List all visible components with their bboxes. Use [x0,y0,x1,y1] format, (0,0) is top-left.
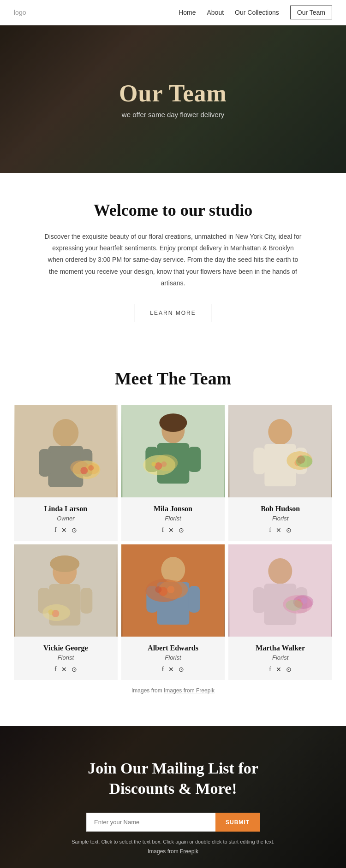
team-card-vickie: Vickie George Florist f ✕ ⊙ [14,544,118,680]
team-info-vickie: Vickie George Florist f ✕ ⊙ [14,637,118,680]
hero-title: Our Team [119,80,227,107]
social-icons-linda: f ✕ ⊙ [19,526,112,534]
welcome-body: Discover the exquisite beauty of our flo… [44,231,302,289]
team-card-mila: Mila Jonson Florist f ✕ ⊙ [121,405,225,541]
team-photo-linda [14,405,118,497]
team-photo-mila [121,405,225,497]
social-icons-bob: f ✕ ⊙ [234,526,327,534]
hero-subtitle: we offer same day flower delivery [119,111,227,118]
instagram-icon[interactable]: ⊙ [286,666,292,673]
mailing-content: Join Our Mailing List for Discounts & Mo… [18,758,328,855]
learn-more-button[interactable]: LEARN MORE [135,304,211,322]
social-icons-albert: f ✕ ⊙ [127,666,220,673]
svg-point-20 [151,462,156,466]
team-info-mila: Mila Jonson Florist f ✕ ⊙ [121,497,225,541]
svg-rect-43 [188,586,200,613]
svg-point-8 [80,467,88,474]
svg-rect-35 [80,588,92,614]
hero-section: Our Team we offer same day flower delive… [0,25,346,173]
svg-point-47 [167,586,174,593]
team-name-linda: Linda Larson [19,505,112,513]
mailing-form: SUBMIT [18,813,328,832]
svg-point-9 [88,465,94,471]
team-name-bob: Bob Hudson [234,505,327,513]
svg-point-40 [161,557,185,583]
team-role-bob: Florist [234,515,327,522]
freepik-link[interactable]: Images from Freepik [164,687,215,694]
social-icons-vickie: f ✕ ⊙ [19,666,112,673]
svg-rect-3 [39,449,51,477]
nav-link-collections[interactable]: Our Collections [235,9,279,16]
svg-point-50 [268,558,292,584]
instagram-icon[interactable]: ⊙ [72,666,77,673]
nav-links: Home About Our Collections Our Team [179,6,332,19]
mailing-section: Join Our Mailing List for Discounts & Mo… [0,726,346,868]
facebook-icon[interactable]: f [269,526,271,534]
mailing-name-input[interactable] [86,813,215,832]
facebook-icon[interactable]: f [269,666,271,673]
team-role-linda: Owner [19,515,112,522]
team-title: Meet The Team [14,368,332,389]
team-info-bob: Bob Hudson Florist f ✕ ⊙ [228,497,332,541]
images-credit: Images from Images from Freepik [14,680,332,708]
mailing-sample-text: Sample text. Click to select the text bo… [18,839,328,844]
twitter-icon[interactable]: ✕ [168,666,174,673]
team-card-linda: Linda Larson Owner f ✕ ⊙ [14,405,118,541]
svg-point-29 [296,455,313,467]
mailing-credit: Images from Freepik [18,848,328,855]
facebook-icon[interactable]: f [162,666,164,673]
svg-point-19 [161,461,167,467]
instagram-icon[interactable]: ⊙ [286,526,292,534]
instagram-icon[interactable]: ⊙ [179,526,184,534]
nav-link-home[interactable]: Home [179,9,196,16]
svg-rect-52 [253,587,265,613]
logo: logo [14,9,26,16]
team-photo-albert [121,544,225,637]
team-card-albert: Albert Edwards Florist f ✕ ⊙ [121,544,225,680]
team-name-martha: Martha Walker [234,644,327,652]
twitter-icon[interactable]: ✕ [61,666,67,673]
svg-point-48 [155,586,161,593]
social-icons-mila: f ✕ ⊙ [127,526,220,534]
mailing-submit-button[interactable]: SUBMIT [215,813,260,832]
facebook-icon[interactable]: f [54,526,57,534]
team-name-albert: Albert Edwards [127,644,220,652]
facebook-icon[interactable]: f [54,666,57,673]
svg-point-57 [301,597,308,604]
facebook-icon[interactable]: f [162,526,164,534]
twitter-icon[interactable]: ✕ [276,666,281,673]
team-name-mila: Mila Jonson [127,505,220,513]
nav-link-team[interactable]: Our Team [290,6,332,19]
welcome-section: Welcome to our studio Discover the exqui… [0,173,346,345]
svg-rect-24 [254,448,266,474]
team-role-albert: Florist [127,654,220,661]
team-photo-vickie [14,544,118,637]
svg-point-22 [268,419,292,445]
mailing-freepik-link[interactable]: Freepik [180,848,198,855]
svg-point-58 [286,600,303,611]
team-name-vickie: Vickie George [19,644,112,652]
team-section: Meet The Team Linda Larson [0,345,346,726]
svg-point-1 [53,419,78,447]
svg-point-38 [48,609,54,615]
svg-point-32 [50,555,79,572]
team-photo-martha [228,544,332,637]
team-card-martha: Martha Walker Florist f ✕ ⊙ [228,544,332,680]
svg-point-12 [159,413,187,432]
svg-rect-15 [188,447,201,472]
nav-link-about[interactable]: About [207,9,224,16]
instagram-icon[interactable]: ⊙ [72,526,77,534]
twitter-icon[interactable]: ✕ [168,526,174,534]
navigation: logo Home About Our Collections Our Team [0,0,346,25]
team-info-linda: Linda Larson Owner f ✕ ⊙ [14,497,118,541]
twitter-icon[interactable]: ✕ [276,526,281,534]
team-role-martha: Florist [234,654,327,661]
team-role-mila: Florist [127,515,220,522]
instagram-icon[interactable]: ⊙ [179,666,184,673]
team-photo-bob [228,405,332,497]
twitter-icon[interactable]: ✕ [61,526,67,534]
hero-content: Our Team we offer same day flower delive… [119,80,227,118]
welcome-title: Welcome to our studio [37,201,309,220]
team-info-albert: Albert Edwards Florist f ✕ ⊙ [121,637,225,680]
mailing-title: Join Our Mailing List for Discounts & Mo… [76,758,270,799]
